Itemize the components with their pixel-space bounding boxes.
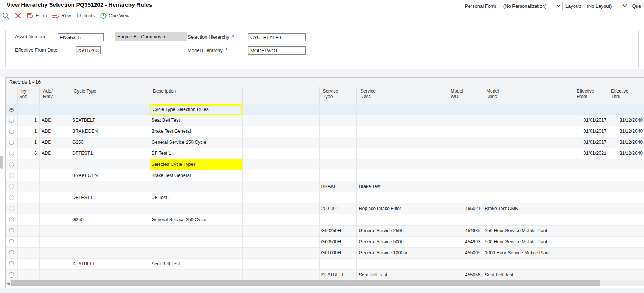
row-select-cell[interactable]	[6, 192, 18, 203]
row-select-cell[interactable]	[6, 259, 18, 270]
row-select-cell[interactable]	[6, 159, 18, 170]
grid-header-hry-seq[interactable]: Hry Seq	[18, 87, 40, 104]
grid-cell-sdesc: General Service 500hr	[357, 237, 449, 248]
radio-icon[interactable]	[9, 118, 14, 123]
radio-icon[interactable]	[9, 217, 14, 222]
grid-header-effective-from[interactable]: Effective From	[575, 87, 609, 104]
cell-text: DF Test 1	[150, 192, 242, 203]
grid-cell-add: ADD	[40, 148, 70, 159]
radio-icon[interactable]	[9, 195, 14, 200]
radio-icon[interactable]	[9, 206, 14, 211]
model-hierarchy-input[interactable]	[248, 46, 306, 55]
find-button[interactable]	[2, 12, 10, 20]
grid-cell-ethru	[609, 259, 644, 270]
grid-cell-desc: Seat Belt Test	[150, 259, 243, 270]
radio-icon[interactable]	[9, 261, 14, 266]
row-select-cell[interactable]	[6, 170, 18, 181]
personal-form-select[interactable]: (No Personalization)	[501, 2, 563, 10]
cell-text: SEATBELT	[70, 115, 150, 126]
grid-cell-cycle	[70, 237, 150, 248]
row-select-cell[interactable]	[6, 104, 18, 115]
grid-cell-hry	[18, 226, 40, 237]
grid-cell-stype	[320, 192, 357, 203]
grid-cell-stype	[320, 259, 357, 270]
one-view-button[interactable]: One View	[100, 12, 129, 19]
row-select-cell[interactable]	[6, 214, 18, 226]
header-text: Effective	[577, 88, 597, 94]
header-text: Description	[152, 88, 176, 94]
grid-header-model-desc[interactable]: Model Desc	[483, 87, 575, 104]
grid-cell-mdesc	[483, 259, 575, 270]
grid-cell-mwo	[449, 159, 483, 170]
row-select-cell[interactable]	[6, 248, 18, 259]
cell-text: Replace Intake Filter	[357, 203, 449, 214]
grid-cell-blank	[243, 159, 320, 170]
grid-header-add-rmv[interactable]: Add/ Rmv	[40, 87, 70, 104]
grid-cell-stype	[320, 214, 357, 226]
grid-header-cycle-type[interactable]: Cycle Type	[70, 87, 150, 104]
grid-row: BRAKEGENBrake Test General	[6, 170, 644, 181]
grid-cell-mwo: 455021	[449, 203, 483, 214]
grid-header-effective-thru[interactable]: Effective Thru	[609, 87, 644, 104]
cell-text: SEATBELT	[320, 270, 357, 280]
grid-cell-mdesc	[483, 159, 575, 170]
radio-icon[interactable]	[9, 228, 14, 233]
radio-icon[interactable]	[9, 184, 14, 189]
selection-hierarchy-input[interactable]	[248, 33, 306, 41]
radio-icon[interactable]	[9, 140, 14, 145]
grid-cell-ethru	[609, 170, 644, 181]
row-select-cell[interactable]	[6, 148, 18, 159]
horizontal-scrollbar-thumb[interactable]	[11, 280, 600, 286]
radio-icon[interactable]	[9, 239, 14, 244]
grid-cell-efrom	[575, 226, 609, 237]
row-select-cell[interactable]	[6, 270, 18, 281]
row-select-cell[interactable]	[6, 137, 18, 148]
radio-icon[interactable]	[9, 272, 14, 278]
radio-selected-icon[interactable]	[9, 107, 14, 112]
grid-header-blank	[243, 87, 320, 104]
grid-header-description[interactable]: Description	[150, 87, 243, 104]
row-menu-button[interactable]: Row	[52, 13, 71, 19]
grid-header-service-type[interactable]: Service Type	[320, 87, 357, 104]
close-button[interactable]	[15, 13, 21, 19]
row-select-cell[interactable]	[6, 126, 18, 137]
grid-header-service-desc[interactable]: Service Desc	[357, 87, 449, 104]
grid-cell-mwo	[449, 214, 483, 226]
radio-icon[interactable]	[9, 173, 14, 178]
radio-icon[interactable]	[9, 151, 14, 156]
grid-cell-add	[40, 214, 70, 226]
cell-text: BRAKEGEN	[70, 126, 150, 137]
asset-description-field: Engine B - Cummins 5	[115, 32, 187, 41]
grid-cell-mdesc: 250 Hour Service Mobile Plant	[483, 226, 575, 237]
asset-number-input[interactable]	[58, 33, 104, 41]
grid-cell-desc: DF Test 1	[150, 192, 243, 203]
personal-form-label: Personal Form:	[465, 3, 498, 9]
cell-text: 250 Hour Service Mobile Plant	[483, 226, 575, 236]
effective-from-date-input[interactable]	[76, 46, 101, 54]
layout-select[interactable]: (No Layout)	[584, 2, 629, 10]
form-menu-button[interactable]: Form	[27, 13, 47, 19]
row-select-cell[interactable]	[6, 115, 18, 126]
radio-icon[interactable]	[9, 250, 14, 255]
grid-cell-desc	[150, 237, 243, 248]
toolbar-divider	[0, 21, 644, 21]
header-text: Add/	[41, 88, 53, 94]
grid-cell-efrom	[575, 181, 609, 192]
radio-icon[interactable]	[9, 162, 14, 167]
grid-cell-mdesc: Seat Belt Test	[483, 270, 575, 281]
grid-cell-sdesc: Brake Test	[357, 181, 449, 192]
row-select-cell[interactable]	[6, 203, 18, 214]
radio-icon[interactable]	[9, 129, 14, 134]
row-select-cell[interactable]	[6, 226, 18, 237]
scroll-left-arrow-icon[interactable]: ◀	[6, 280, 11, 286]
grid-header-model-wo[interactable]: Model WO	[449, 87, 483, 104]
horizontal-scrollbar[interactable]: ◀	[6, 280, 644, 286]
grid-row: 1ADDG250General Service 250 Cycle01/01/2…	[6, 137, 644, 148]
row-select-cell[interactable]	[6, 181, 18, 192]
grid-cell-desc	[150, 270, 243, 281]
cell-text: 31/12/2040	[609, 115, 644, 126]
vertical-scrollbar-thumb[interactable]	[0, 156, 3, 169]
tools-menu-button[interactable]: ⚙ Tools	[76, 13, 95, 19]
row-select-cell[interactable]	[6, 237, 18, 248]
grid-cell-mwo	[449, 126, 483, 137]
